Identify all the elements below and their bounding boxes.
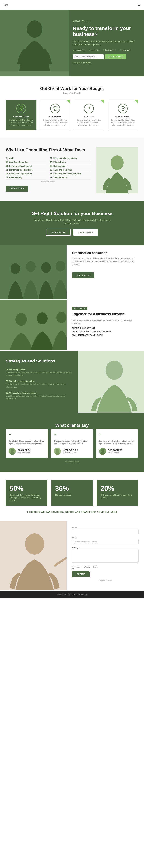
hero-what-label: WHAT WE DO — [73, 20, 136, 23]
form-person-image — [0, 521, 67, 591]
check-automation: automation — [119, 49, 131, 51]
learn-more-org-button[interactable]: LEARN MORE — [72, 272, 94, 278]
investment-card-text: Sample text. Click to select the text bo… — [110, 119, 136, 127]
form-checkbox-group: I accept the Terms of Service — [72, 566, 139, 569]
get-started-button[interactable]: GET STARTED — [105, 54, 126, 59]
quote-mark-3: " — [99, 433, 135, 438]
strategy-3-text: Ut sed tellus facilisis, quis euismod ma… — [6, 395, 72, 400]
form-email-group: Email — [72, 537, 139, 545]
terms-checkbox[interactable] — [72, 566, 74, 569]
form-message-group: Message — [72, 547, 139, 563]
list-item-6: 06.Private Equity — [6, 176, 46, 180]
svg-point-14 — [41, 262, 51, 273]
learn-more-consulting-button[interactable]: LEARN MORE — [6, 186, 28, 191]
stat-1: 50% Sample text. Click to select the tex… — [6, 480, 47, 506]
strategy-card-text: Sample text. Click to select the text bo… — [43, 119, 68, 127]
testimonial-2: " Click again or double click to select … — [51, 429, 93, 458]
hamburger-menu-icon[interactable]: ≡ — [138, 2, 140, 7]
consulting-icon: $ — [16, 104, 26, 113]
footer-text: Sample text. Click to select the text bo… — [57, 594, 87, 596]
svg-point-19 — [57, 312, 66, 323]
hero-description: Duis aute irure dolor in reprehenderit i… — [73, 40, 136, 46]
contact-mail: MAIL: TEMPLATE@SAMPLE.COM — [72, 334, 139, 337]
stats-tagline: TOGETHER WE CAN ENVISION, INSPIRE AND TR… — [6, 511, 138, 513]
testimonial-2-author: NAT REYNOLDS Chief Accountant — [54, 448, 90, 455]
contacts-image — [0, 300, 67, 351]
consulting-person-image — [96, 147, 138, 193]
strategies-section: Strategies and Solutions 01. We sculpt i… — [0, 351, 144, 413]
card-strategy: STRATEGY Sample text. Click to select th… — [40, 100, 71, 130]
svg-point-15 — [56, 261, 65, 272]
stat-3: 20% Click again or double click to start… — [97, 480, 138, 506]
strategies-title: Strategies and Solutions — [6, 359, 72, 364]
list-item-9: 09.Responsibility — [50, 164, 90, 168]
name-field[interactable] — [72, 529, 139, 534]
svg-point-21 — [106, 361, 123, 380]
solution-learn-more-1-button[interactable]: LEARN MORE — [46, 229, 71, 236]
check-coaching: coaching — [89, 49, 99, 51]
author-2-role: Chief Accountant — [63, 452, 78, 453]
form-section: Name Email Message I accept the Terms of… — [0, 521, 144, 591]
stat-2: 36% Click again or double — [51, 480, 93, 506]
list-item-4: 04.Mergers and Acquisitions — [6, 168, 46, 172]
check-development: development — [103, 49, 116, 51]
contact-info: PHONE: 1 (232) 352 55 22 LOCATION: 75 ST… — [72, 327, 139, 337]
email-input[interactable] — [73, 54, 104, 59]
consulting-list-left: 01.Agile 02.Cost Transformation 03.Learn… — [6, 156, 46, 180]
logo: logo — [4, 3, 9, 6]
message-textarea[interactable] — [72, 549, 139, 563]
testimonials-credit: Images from Freepik — [6, 461, 138, 463]
testimonial-3-author: BOB ROBERTS Sales Manager — [99, 448, 135, 455]
stat-2-number: 36% — [55, 485, 89, 493]
testimonial-3: " Sample text. Click to select the text … — [96, 429, 138, 458]
hero-section: WHAT WE DO Ready to transform your busin… — [0, 10, 144, 76]
author-1-avatar — [9, 448, 16, 455]
hero-what-text: WHAT WE DO — [73, 20, 136, 23]
testimonials-section: What clients say " Sample text. Click to… — [0, 413, 144, 472]
solution-text: Sample text. Click to select the text bo… — [34, 218, 110, 225]
contacts-intro: We are here to meet any business need an… — [72, 319, 139, 325]
strategy-1-title: 01. We sculpt ideas — [6, 368, 72, 371]
author-2-info: NAT REYNOLDS Chief Accountant — [63, 449, 78, 453]
form-credit: Image from Freepik — [72, 579, 139, 581]
submit-button[interactable]: SUBMIT — [72, 571, 90, 577]
author-1-name: SASHA GREY — [18, 449, 30, 452]
author-1-info: SASHA GREY Business Owner — [18, 449, 30, 453]
strategy-2-title: 02. We bring concepts to life — [6, 380, 72, 382]
form-content: Name Email Message I accept the Terms of… — [67, 521, 144, 591]
strategies-content: Strategies and Solutions 01. We sculpt i… — [0, 351, 78, 413]
email-field[interactable] — [72, 539, 139, 545]
org-text: Duis aute irure dolor in reprehenderit i… — [72, 257, 139, 266]
hero-form: GET STARTED — [73, 54, 136, 59]
author-3-role: Sales Manager — [108, 452, 122, 453]
org-content: Organisation consulting Duis aute irure … — [67, 245, 144, 300]
contacts-title: Together for a business lifestyle — [72, 312, 139, 316]
svg-point-12 — [10, 263, 20, 274]
list-item-8: 08.Private Equity — [50, 160, 90, 164]
strategies-person-image — [78, 351, 144, 413]
stat-1-text: Sample text. Click to select the text bo… — [10, 494, 44, 502]
testimonials-title: What clients say — [6, 423, 138, 428]
stats-section: 50% Sample text. Click to select the tex… — [0, 472, 144, 521]
stats-grid: 50% Sample text. Click to select the tex… — [6, 480, 138, 506]
author-3-avatar — [99, 448, 106, 455]
message-label: Message — [72, 547, 139, 549]
strategy-icon — [50, 104, 60, 113]
navbar: logo ≡ — [0, 0, 144, 10]
hero-checks: engineering coaching development automat… — [73, 49, 136, 51]
strategy-item-3: 03. We create winning realities Ut sed t… — [6, 392, 72, 400]
org-title: Organisation consulting — [72, 251, 139, 255]
card-consulting: $ CONSULTING Sample text. Click to selec… — [6, 100, 37, 130]
hero-credit: Image from Freepik — [73, 61, 136, 64]
name-label: Name — [72, 527, 139, 529]
strategy-card-title: STRATEGY — [43, 115, 68, 118]
investment-card-title: INVESTMENT — [110, 115, 136, 118]
svg-point-1 — [27, 21, 42, 38]
org-section: Organisation consulting Duis aute irure … — [0, 245, 144, 300]
solution-learn-more-2-button[interactable]: LEARN MORE — [73, 229, 98, 236]
stat-3-number: 20% — [100, 485, 134, 493]
svg-point-10 — [111, 155, 124, 170]
list-item-1: 01.Agile — [6, 156, 46, 160]
list-item-3: 03.Learning & Development — [6, 164, 46, 168]
org-team-image — [0, 245, 67, 300]
